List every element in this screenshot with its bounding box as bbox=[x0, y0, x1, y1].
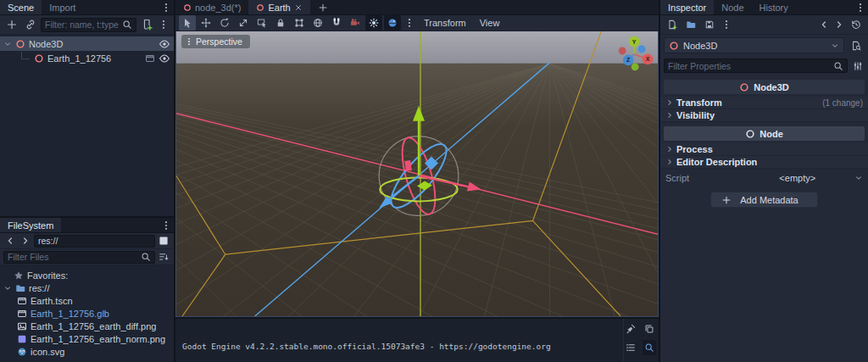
scene-tree-menu-button[interactable] bbox=[157, 17, 170, 32]
instantiate-scene-button[interactable] bbox=[22, 17, 39, 32]
fs-filter-field[interactable] bbox=[3, 251, 155, 264]
section-label: Process bbox=[676, 144, 713, 154]
script-property-row[interactable]: Script <empty> bbox=[660, 169, 868, 187]
tab-history[interactable]: History bbox=[752, 0, 796, 14]
node3d-icon bbox=[15, 39, 25, 49]
script-property-label: Script bbox=[665, 173, 741, 183]
camera-override-button[interactable] bbox=[347, 15, 364, 31]
scene-instance-icon[interactable] bbox=[145, 53, 155, 64]
scene-dock-menu-icon[interactable] bbox=[161, 3, 171, 13]
section-transform[interactable]: Transform (1 change) bbox=[660, 97, 868, 109]
visibility-toggle-icon[interactable] bbox=[159, 53, 170, 64]
file-row[interactable]: Earth_1_12756.glb bbox=[0, 307, 174, 320]
view-menu[interactable]: View bbox=[474, 15, 506, 31]
viewport-3d[interactable]: Y X Z Perspective bbox=[175, 31, 659, 317]
scene-tree[interactable]: Node3D Earth_1_12756 bbox=[0, 35, 174, 216]
fs-filter-input[interactable] bbox=[8, 252, 137, 262]
resource-menu-button[interactable] bbox=[720, 17, 733, 32]
add-metadata-button[interactable]: Add Metadata bbox=[710, 192, 818, 208]
file-row[interactable]: Earth_1_12756_earth_norm.png bbox=[0, 332, 174, 345]
history-forward-button[interactable] bbox=[832, 17, 846, 32]
favorites-row[interactable]: Favorites: bbox=[0, 269, 174, 281]
local-space-button[interactable] bbox=[309, 15, 326, 31]
scene-tab-node3d[interactable]: node_3d(*) bbox=[175, 0, 248, 14]
snap-button[interactable] bbox=[328, 15, 345, 31]
copy-output-button[interactable] bbox=[643, 321, 656, 337]
scene-tree-row-node3d[interactable]: Node3D bbox=[0, 36, 174, 51]
tab-inspector[interactable]: Inspector bbox=[660, 0, 714, 14]
history-back-button[interactable] bbox=[817, 17, 831, 32]
attach-script-icon bbox=[141, 19, 153, 31]
transform-menu[interactable]: Transform bbox=[418, 15, 472, 31]
group-node-button[interactable] bbox=[291, 15, 308, 31]
save-resource-button[interactable] bbox=[701, 17, 718, 32]
preview-sunlight-button[interactable] bbox=[365, 15, 382, 31]
svg-file-icon bbox=[17, 347, 27, 357]
filter-messages-button[interactable] bbox=[624, 340, 637, 355]
rotate-mode-button[interactable] bbox=[216, 15, 233, 31]
res-folder-row[interactable]: res:// bbox=[0, 281, 174, 294]
scene-tab-label: Earth bbox=[268, 3, 290, 13]
filesystem-dock-menu-icon[interactable] bbox=[161, 220, 171, 231]
scale-mode-button[interactable] bbox=[235, 15, 252, 31]
add-node-button[interactable] bbox=[3, 17, 20, 32]
section-label: Transform bbox=[676, 97, 722, 108]
scene-tree-row-earth[interactable]: Earth_1_12756 bbox=[0, 51, 174, 65]
new-resource-button[interactable] bbox=[664, 17, 681, 32]
preview-environment-button[interactable] bbox=[384, 15, 401, 31]
edited-object-selector[interactable]: Node3D bbox=[664, 37, 844, 53]
fs-path-field[interactable] bbox=[34, 235, 155, 248]
tab-history-label: History bbox=[760, 3, 788, 13]
chevron-down-icon[interactable] bbox=[854, 174, 863, 182]
scene-filter-input[interactable] bbox=[45, 19, 119, 30]
inspector-dock-menu-icon[interactable] bbox=[855, 3, 865, 13]
filter-list-icon bbox=[626, 343, 636, 353]
attach-script-button[interactable] bbox=[138, 17, 155, 32]
scene-dock: Scene Import Node3D bbox=[0, 0, 174, 218]
close-icon[interactable] bbox=[294, 3, 303, 12]
class-category-node3d: Node3D bbox=[664, 80, 865, 94]
file-tree[interactable]: Favorites: res:// Earth.tscn Earth_1_127… bbox=[0, 265, 174, 362]
fs-path-input[interactable] bbox=[38, 236, 151, 246]
load-resource-button[interactable] bbox=[682, 17, 699, 32]
tab-filesystem[interactable]: FileSystem bbox=[0, 218, 61, 232]
inspector-filter-input[interactable] bbox=[668, 61, 830, 71]
property-display-options-button[interactable] bbox=[851, 58, 865, 74]
file-row[interactable]: Earth_1_12756_earth_diff.png bbox=[0, 320, 174, 332]
normal-map-file-icon bbox=[17, 334, 27, 344]
fs-back-button[interactable] bbox=[3, 233, 17, 248]
search-output-button[interactable] bbox=[643, 340, 656, 355]
collapse-icon[interactable] bbox=[3, 40, 12, 48]
move-mode-button[interactable] bbox=[198, 15, 214, 31]
scene-tab-earth[interactable]: Earth bbox=[248, 0, 309, 14]
section-visibility[interactable]: Visibility bbox=[660, 109, 868, 122]
select-mode-button[interactable] bbox=[179, 15, 196, 31]
fs-forward-button[interactable] bbox=[19, 233, 32, 248]
collapse-icon[interactable] bbox=[3, 284, 12, 292]
tab-node[interactable]: Node bbox=[714, 0, 751, 14]
output-panel: Godot Engine v4.2.2.stable.mono.official… bbox=[175, 317, 659, 362]
projection-selector[interactable]: Perspective bbox=[181, 35, 250, 48]
tab-filesystem-label: FileSystem bbox=[8, 220, 53, 231]
tab-import[interactable]: Import bbox=[42, 0, 83, 14]
lock-node-button[interactable] bbox=[272, 15, 289, 31]
edit-history-button[interactable] bbox=[848, 17, 865, 32]
new-scene-tab-button[interactable] bbox=[310, 0, 336, 14]
sort-icon bbox=[159, 252, 169, 262]
clear-output-button[interactable] bbox=[624, 321, 637, 337]
inspector-filter-field[interactable] bbox=[664, 58, 848, 73]
file-row[interactable]: Earth.tscn bbox=[0, 294, 174, 307]
list-select-button[interactable] bbox=[253, 15, 270, 31]
visibility-toggle-icon[interactable] bbox=[159, 38, 170, 50]
fs-split-mode-button[interactable] bbox=[157, 233, 170, 248]
scene-filter-field[interactable] bbox=[41, 18, 136, 32]
sun-env-settings-button[interactable] bbox=[403, 15, 416, 31]
section-process[interactable]: Process bbox=[660, 143, 868, 156]
fs-sort-button[interactable] bbox=[157, 249, 170, 265]
output-log[interactable]: Godot Engine v4.2.2.stable.mono.official… bbox=[175, 319, 623, 362]
script-property-value[interactable]: <empty> bbox=[741, 173, 854, 183]
tab-scene[interactable]: Scene bbox=[0, 0, 42, 14]
section-editor-description[interactable]: Editor Description bbox=[660, 156, 868, 169]
open-docs-button[interactable] bbox=[848, 38, 865, 53]
file-row[interactable]: icon.svg bbox=[0, 345, 174, 358]
